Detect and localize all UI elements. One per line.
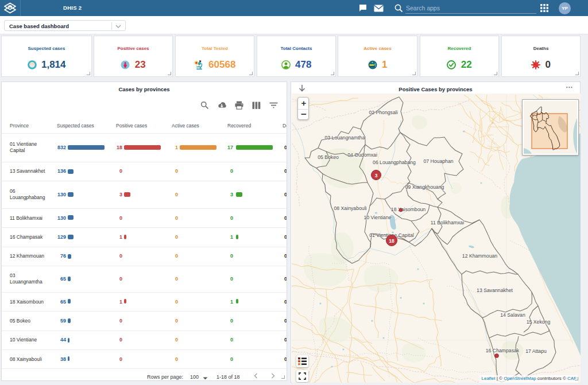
svg-text:07 Houaphan: 07 Houaphan	[423, 158, 453, 164]
svg-text:13 Savannakhet: 13 Savannakhet	[477, 287, 513, 293]
svg-text:09 Xiangkhouang: 09 Xiangkhouang	[405, 184, 444, 190]
svg-text:15 Xekong: 15 Xekong	[527, 319, 551, 325]
svg-text:14 Salavan: 14 Salavan	[500, 312, 525, 318]
svg-text:06 Louangphabang: 06 Louangphabang	[373, 160, 416, 165]
svg-text:3: 3	[375, 173, 378, 178]
svg-text:17 Attapu: 17 Attapu	[525, 348, 547, 354]
svg-text:10 Vientiane: 10 Vientiane	[363, 215, 391, 220]
svg-text:11 Bolikhamxai: 11 Bolikhamxai	[431, 220, 464, 225]
svg-text:18: 18	[389, 238, 394, 244]
svg-text:02 Phongsali: 02 Phongsali	[369, 110, 397, 115]
svg-text:03 Louangnamtha: 03 Louangnamtha	[324, 135, 365, 141]
svg-text:12 Khammouan: 12 Khammouan	[462, 253, 498, 259]
svg-text:05 Bokeo: 05 Bokeo	[318, 154, 339, 160]
svg-text:18 Xaisomboun: 18 Xaisomboun	[391, 207, 426, 212]
svg-text:16 Champasak: 16 Champasak	[486, 348, 520, 353]
svg-text:04 Oudomxai: 04 Oudomxai	[347, 152, 377, 158]
svg-text:08 Xainyabouli: 08 Xainyabouli	[334, 205, 367, 211]
